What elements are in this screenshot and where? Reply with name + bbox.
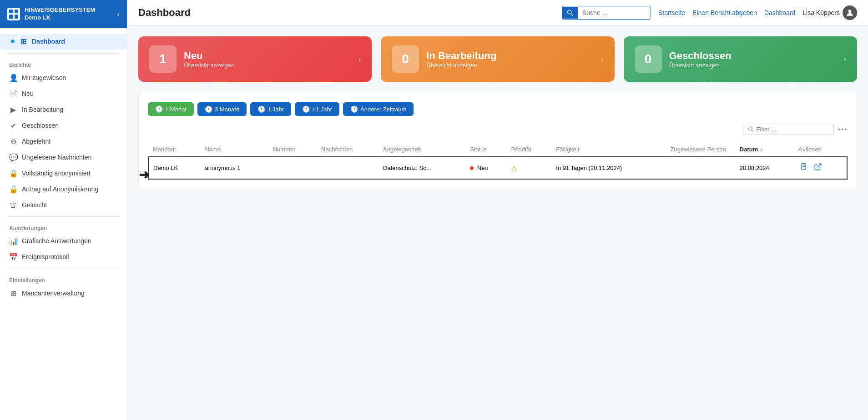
search-button[interactable] xyxy=(562,7,578,19)
topbar: Dashboard Startseite Einen Bericht abgeb… xyxy=(127,0,868,25)
nav-dashboard[interactable]: Dashboard xyxy=(764,9,796,16)
sidebar-item-ungelesene-nachrichten[interactable]: 💬 Ungelesene Nachrichten xyxy=(0,150,127,165)
time-filter-bar: 🕐 1 Monat 🕐 3 Monate 🕐 1 Jahr 🕐 >1 Jahr … xyxy=(148,102,848,116)
col-mandant[interactable]: Mandant xyxy=(148,142,200,157)
card-in-bearbeitung[interactable]: 0 In Bearbeitung Übersicht anzeigen › xyxy=(381,36,614,82)
sidebar-dashboard-label: Dashboard xyxy=(32,38,65,45)
filter-3monate-label: 3 Monate xyxy=(215,106,239,113)
auswertungen-section-label: Auswertungen xyxy=(0,220,127,233)
col-nachrichten[interactable]: Nachrichten xyxy=(317,142,378,157)
filter-anderer-zeitraum-label: Anderer Zeitraum xyxy=(360,106,406,113)
sidebar-item-geschlossen[interactable]: ✔ Geschlossen xyxy=(0,118,127,134)
filter-mehr1jahr-label: >1 Jahr xyxy=(312,106,332,113)
sidebar-nachrichten-label: Ungelesene Nachrichten xyxy=(22,154,91,161)
card-neu-title: Neu xyxy=(184,50,351,62)
nav-bericht-abgeben[interactable]: Einen Bericht abgeben xyxy=(692,9,757,16)
clock-icon-1: 🕐 xyxy=(155,105,163,113)
divider-2 xyxy=(7,216,120,217)
svg-line-9 xyxy=(817,164,821,167)
user-name: Lisa Küppers xyxy=(802,9,840,16)
card-bearbeitung-info: In Bearbeitung Übersicht anzeigen xyxy=(426,50,593,69)
sidebar-ereignis-label: Ereignisprotokoll xyxy=(22,253,69,260)
action-open-button[interactable] xyxy=(812,162,824,174)
user-menu[interactable]: Lisa Küppers xyxy=(802,5,857,20)
cell-mandant: Demo LK xyxy=(148,157,200,179)
abgelehnt-icon: ⊖ xyxy=(9,137,17,146)
search-input[interactable] xyxy=(578,6,651,19)
sidebar-item-dashboard[interactable]: ⊞ Dashboard xyxy=(0,34,127,50)
filter-input[interactable] xyxy=(757,126,829,133)
cell-nachrichten xyxy=(317,157,378,179)
col-angelegenheit[interactable]: Angelegenheit xyxy=(378,142,465,157)
sidebar-item-vollstaendig-anonymisiert[interactable]: 🔒 Vollständig anonymisiert xyxy=(0,165,127,181)
sidebar-item-mandantenverwaltung[interactable]: ⊞ Mandantenverwaltung xyxy=(0,285,127,301)
app-subtitle: Demo LK xyxy=(25,14,95,22)
filter-3monate[interactable]: 🕐 3 Monate xyxy=(197,102,247,116)
sidebar-item-in-bearbeitung[interactable]: ▶ In Bearbeitung xyxy=(0,102,127,118)
antrag-icon: 🔓 xyxy=(9,185,17,194)
col-name[interactable]: Name xyxy=(200,142,268,157)
priority-icon: △ xyxy=(511,164,517,172)
col-nummer[interactable]: Nummer xyxy=(268,142,317,157)
row-arrow-indicator: ➜ xyxy=(139,167,149,182)
cell-name: anonymous 1 xyxy=(200,157,268,179)
search-icon xyxy=(567,10,573,16)
card-bearbeitung-subtitle: Übersicht anzeigen xyxy=(426,62,593,69)
nav-startseite[interactable]: Startseite xyxy=(658,9,685,16)
sidebar-abgelehnt-label: Abgelehnt xyxy=(22,138,50,145)
divider-1 xyxy=(7,53,120,54)
sidebar-item-grafische-auswertungen[interactable]: 📊 Grafische Auswertungen xyxy=(0,233,127,249)
sidebar: HINWEISGEBERSYSTEM Demo LK ‹ ⊞ Dashboard… xyxy=(0,0,127,420)
card-neu-count: 1 xyxy=(149,45,177,73)
einstellungen-section-label: Einstellungen xyxy=(0,273,127,285)
sidebar-item-geloescht[interactable]: 🗑 Gelöscht xyxy=(0,197,127,213)
cell-datum: 20.08.2024 xyxy=(735,157,794,179)
sidebar-collapse-icon[interactable]: ‹ xyxy=(117,9,120,19)
card-neu[interactable]: 1 Neu Übersicht anzeigen › xyxy=(138,36,372,82)
col-zugewiesene-person[interactable]: Zugewiesene Person xyxy=(666,142,735,157)
clock-icon-2: 🕐 xyxy=(205,105,212,113)
clock-icon-3: 🕐 xyxy=(257,105,265,113)
action-view-button[interactable] xyxy=(798,162,810,174)
col-status[interactable]: Status xyxy=(465,142,507,157)
svg-point-3 xyxy=(748,127,752,130)
filter-1monat-label: 1 Monat xyxy=(165,106,187,113)
sidebar-navigation: ⊞ Dashboard Berichte 👤 Mir zugewiesen 📄 … xyxy=(0,28,127,307)
col-faelligkeit[interactable]: Fälligkeit xyxy=(551,142,666,157)
filter-1monat[interactable]: 🕐 1 Monat xyxy=(148,102,194,116)
card-geschlossen-subtitle: Übersicht anzeigen xyxy=(669,62,836,69)
card-geschlossen-count: 0 xyxy=(635,45,662,73)
col-datum[interactable]: Datum ↓ xyxy=(735,142,794,157)
main-area: Dashboard Startseite Einen Bericht abgeb… xyxy=(127,0,868,420)
grafische-icon: 📊 xyxy=(9,237,17,245)
cell-angelegenheit: Datenschutz, Sc... xyxy=(378,157,465,179)
filter-1jahr[interactable]: 🕐 1 Jahr xyxy=(250,102,291,116)
anonymisiert-icon: 🔒 xyxy=(9,169,17,178)
card-geschlossen-chevron-icon: › xyxy=(843,55,846,64)
filter-mehr1jahr[interactable]: 🕐 >1 Jahr xyxy=(295,102,339,116)
col-aktionen[interactable]: Aktionen xyxy=(794,142,847,157)
sidebar-logo-icon xyxy=(7,8,20,20)
in-bearbeitung-icon: ▶ xyxy=(9,105,17,114)
card-geschlossen[interactable]: 0 Geschlossen Übersicht anzeigen › xyxy=(624,36,857,82)
card-bearbeitung-chevron-icon: › xyxy=(601,55,604,64)
table-section: 🕐 1 Monat 🕐 3 Monate 🕐 1 Jahr 🕐 >1 Jahr … xyxy=(138,93,857,189)
sidebar-item-abgelehnt[interactable]: ⊖ Abgelehnt xyxy=(0,134,127,150)
sidebar-item-mir-zugewiesen[interactable]: 👤 Mir zugewiesen xyxy=(0,70,127,86)
filter-anderer-zeitraum[interactable]: 🕐 Anderer Zeitraum xyxy=(343,102,414,116)
sidebar-item-neu[interactable]: 📄 Neu xyxy=(0,86,127,102)
document-icon xyxy=(800,163,808,171)
divider-3 xyxy=(7,269,120,269)
filter-bar: ⋯ xyxy=(148,123,848,135)
sidebar-item-ereignisprotokoll[interactable]: 📅 Ereignisprotokoll xyxy=(0,249,127,265)
cell-nummer xyxy=(268,157,317,179)
sidebar-item-antrag-anonymisierung[interactable]: 🔓 Antrag auf Anonymisierung xyxy=(0,181,127,197)
status-indicator xyxy=(470,166,474,170)
sidebar-mir-zugewiesen-label: Mir zugewiesen xyxy=(22,74,66,81)
table-body: Demo LK anonymous 1 Datenschutz, Sc... N… xyxy=(148,157,847,179)
page-content: 1 Neu Übersicht anzeigen › 0 In Bearbeit… xyxy=(127,25,868,420)
card-bearbeitung-count: 0 xyxy=(392,45,419,73)
filter-more-button[interactable]: ⋯ xyxy=(838,123,848,135)
col-prioritaet[interactable]: Priorität xyxy=(507,142,552,157)
card-geschlossen-title: Geschlossen xyxy=(669,50,836,62)
